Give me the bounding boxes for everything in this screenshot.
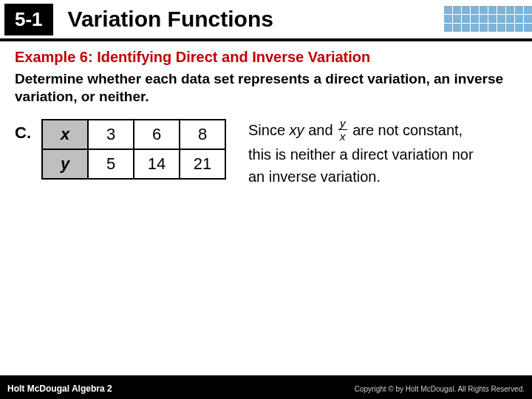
fraction-denominator: x (338, 130, 347, 142)
explanation-text: Since xy and yx are not constant, this i… (248, 119, 477, 188)
footer-left: Holt McDougal Algebra 2 (7, 383, 112, 394)
fraction-y-over-x: yx (338, 117, 347, 142)
slide-header: 5-1 Variation Functions (0, 0, 532, 38)
slide-footer: Holt McDougal Algebra 2 Copyright © by H… (0, 378, 532, 399)
example-title: Example 6: Identifying Direct and Invers… (15, 49, 517, 66)
table-cell: 3 (88, 120, 134, 149)
section-number-badge: 5-1 (4, 4, 53, 35)
grid-decoration-icon (444, 6, 532, 32)
explain-xy: xy (290, 122, 304, 138)
slide-title: Variation Functions (68, 7, 273, 32)
explain-pre: Since (248, 122, 290, 138)
table-row: y 5 14 21 (42, 149, 225, 179)
table-header-x: x (42, 120, 88, 149)
table-cell: 5 (88, 149, 134, 179)
data-table: x 3 6 8 y 5 14 21 (41, 119, 226, 180)
fraction-numerator: y (338, 117, 347, 130)
slide: 5-1 Variation Functions Example 6: Ident… (0, 0, 532, 399)
table-row: x 3 6 8 (42, 120, 225, 149)
content-area: Example 6: Identifying Direct and Invers… (0, 41, 532, 188)
table-cell: 6 (134, 120, 180, 149)
explain-and: and (304, 122, 337, 138)
table-cell: 14 (134, 149, 180, 179)
table-header-y: y (42, 149, 88, 179)
problem-prompt: Determine whether each data set represen… (15, 70, 517, 106)
problem-row: C. x 3 6 8 y 5 14 21 Since xy and yx are… (15, 119, 517, 188)
footer-copyright: Copyright © by Holt McDougal. All Rights… (355, 385, 525, 393)
part-label: C. (15, 123, 31, 143)
table-cell: 21 (180, 149, 225, 179)
table-cell: 8 (180, 120, 225, 149)
